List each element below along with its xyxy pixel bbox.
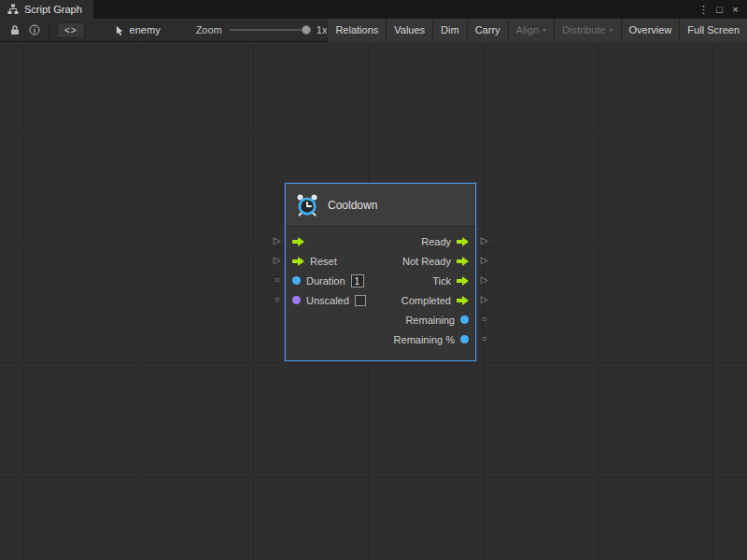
- window-controls: ⋮ □ ×: [696, 0, 747, 19]
- zoom-slider[interactable]: [230, 29, 309, 31]
- relations-button-label: Relations: [335, 24, 378, 35]
- dim-button-label: Dim: [441, 24, 459, 35]
- value-duration-port[interactable]: [292, 276, 301, 285]
- distribute-button[interactable]: Distribute ▾: [554, 19, 620, 42]
- flow-completed-port[interactable]: [457, 296, 469, 305]
- alarm-clock-icon: [295, 193, 319, 217]
- full-screen-button-label: Full Screen: [687, 24, 740, 35]
- tab-script-graph[interactable]: Script Graph: [0, 0, 93, 19]
- value-remaining-pct-port[interactable]: [460, 335, 469, 343]
- flow-output-port-not-ready[interactable]: ▷: [481, 256, 488, 265]
- value-output-port-remaining[interactable]: ○: [481, 315, 486, 324]
- lock-icon: [9, 24, 21, 35]
- port-row: Ready: [286, 231, 475, 251]
- values-button[interactable]: Values: [386, 19, 432, 42]
- graph-canvas[interactable]: ▷ ▷ ○ ○ Cooldown: [0, 43, 747, 560]
- flow-reset-port[interactable]: [292, 257, 304, 266]
- zoom-slider-handle[interactable]: [302, 25, 311, 35]
- relations-button[interactable]: Relations: [327, 19, 386, 42]
- port-row: Remaining %: [286, 329, 475, 349]
- flow-ready-port[interactable]: [457, 237, 469, 246]
- flow-input-port[interactable]: ▷: [274, 236, 281, 245]
- flow-input-port-reset[interactable]: ▷: [274, 256, 281, 265]
- flow-tick-port[interactable]: [457, 276, 469, 286]
- node-input-gutter: ▷ ▷ ○ ○: [269, 183, 285, 361]
- graph-name: enemy: [130, 24, 161, 35]
- full-screen-button[interactable]: Full Screen: [679, 19, 747, 42]
- align-button[interactable]: Align ▾: [508, 19, 554, 42]
- value-input-port-duration[interactable]: ○: [274, 275, 279, 285]
- zoom-control: Zoom 1x: [196, 24, 328, 35]
- port-label-tick: Tick: [432, 275, 451, 287]
- unscaled-checkbox[interactable]: [355, 295, 366, 306]
- port-label-ready: Ready: [421, 236, 451, 247]
- tab-title: Script Graph: [24, 4, 82, 15]
- value-unscaled-port[interactable]: [292, 296, 301, 304]
- port-label-reset: Reset: [310, 256, 337, 267]
- chevron-down-icon: ▾: [610, 26, 613, 35]
- flow-not-ready-port[interactable]: [457, 257, 469, 266]
- window-tab-bar: Script Graph ⋮ □ ×: [0, 0, 747, 19]
- values-button-label: Values: [394, 24, 425, 35]
- lock-button[interactable]: [6, 19, 25, 41]
- port-label-unscaled: Unscaled: [306, 295, 349, 306]
- value-output-port-remaining-pct[interactable]: ○: [481, 334, 486, 343]
- cooldown-node-header[interactable]: Cooldown: [286, 184, 475, 227]
- dim-button[interactable]: Dim: [432, 19, 467, 42]
- port-row: Duration 1 Tick: [286, 271, 475, 290]
- graph-icon: [7, 4, 19, 15]
- zoom-value: 1x: [317, 24, 328, 35]
- info-button[interactable]: [25, 19, 45, 41]
- flow-output-port-ready[interactable]: ▷: [481, 236, 488, 245]
- overview-button-label: Overview: [629, 24, 672, 35]
- flow-enter-port[interactable]: [292, 237, 304, 246]
- toolbar-buttons: Relations Values Dim Carry Align ▾ Distr…: [327, 19, 747, 42]
- port-row: Remaining: [286, 310, 475, 329]
- port-row: Reset Not Ready: [286, 251, 475, 271]
- align-button-label: Align: [516, 24, 539, 35]
- maximize-icon[interactable]: □: [712, 0, 727, 19]
- flow-output-port-tick[interactable]: ▷: [481, 275, 488, 285]
- value-input-port-unscaled[interactable]: ○: [274, 295, 279, 304]
- node-title: Cooldown: [328, 199, 377, 212]
- overview-button[interactable]: Overview: [621, 19, 680, 42]
- chevron-down-icon: ▾: [543, 26, 546, 35]
- node-output-gutter: ▷ ▷ ▷ ▷ ○ ○: [476, 183, 492, 361]
- port-label-remaining-pct: Remaining %: [394, 334, 455, 345]
- graph-toolbar: <> enemy Zoom 1x Relations Values Dim Ca…: [0, 19, 747, 42]
- distribute-button-label: Distribute: [562, 24, 605, 35]
- cooldown-node-body: Ready Reset Not Ready: [286, 227, 475, 360]
- value-remaining-port[interactable]: [460, 315, 469, 324]
- graph-breadcrumb[interactable]: enemy: [115, 24, 161, 35]
- carry-button[interactable]: Carry: [467, 19, 508, 42]
- duration-input[interactable]: 1: [351, 274, 364, 287]
- code-toggle-button[interactable]: <>: [57, 22, 85, 38]
- cooldown-node[interactable]: Cooldown Ready: [285, 183, 476, 361]
- port-row: Unscaled Completed: [286, 290, 475, 310]
- zoom-label: Zoom: [196, 24, 222, 35]
- info-icon: [29, 24, 40, 35]
- port-label-remaining: Remaining: [405, 315, 455, 326]
- close-icon[interactable]: ×: [727, 0, 743, 19]
- carry-button-label: Carry: [475, 24, 500, 35]
- port-label-duration: Duration: [306, 275, 345, 287]
- port-label-not-ready: Not Ready: [402, 256, 451, 267]
- cursor-icon: [115, 25, 125, 35]
- toolbar-separator: [49, 23, 49, 37]
- flow-output-port-completed[interactable]: ▷: [481, 295, 488, 304]
- window-menu-icon[interactable]: ⋮: [696, 0, 712, 19]
- port-label-completed: Completed: [402, 295, 451, 306]
- cooldown-node-group: ▷ ▷ ○ ○ Cooldown: [269, 183, 492, 361]
